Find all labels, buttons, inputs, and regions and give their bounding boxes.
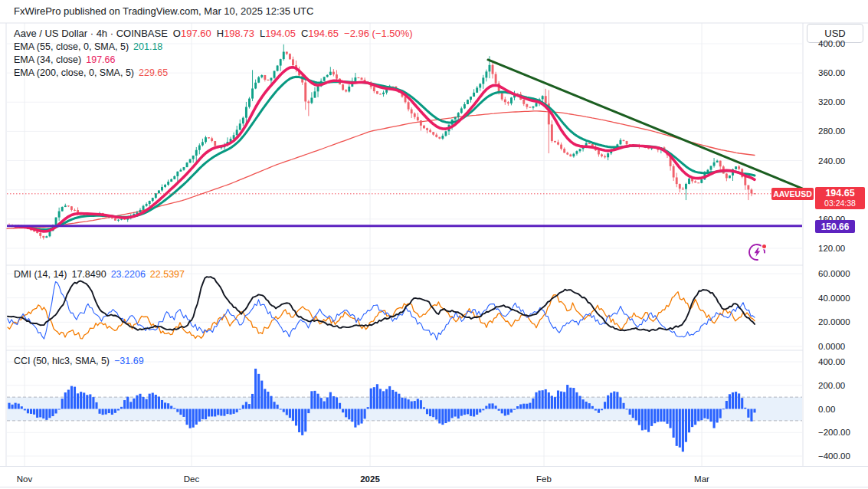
cci-bar <box>382 391 385 409</box>
candle-body <box>164 185 166 187</box>
cci-bar <box>457 409 460 419</box>
cci-bar <box>354 409 356 428</box>
candle-body <box>476 87 478 92</box>
candle-body <box>673 166 675 178</box>
symbol-legend[interactable]: Aave / US Dollar · 4h · COINBASEO197.60H… <box>14 28 413 39</box>
cci-bar <box>673 409 675 438</box>
cci-bar <box>729 394 731 409</box>
candle-body <box>501 93 503 99</box>
candle-body <box>61 207 64 212</box>
candle-body <box>195 150 198 156</box>
cci-bar <box>411 402 413 409</box>
candle-body <box>467 100 469 104</box>
cci-bar <box>58 409 61 410</box>
candle-body <box>74 210 76 211</box>
cci-bar <box>230 409 232 415</box>
cci-bar <box>522 404 525 409</box>
cci-bar <box>33 409 35 415</box>
cci-bar <box>641 409 644 431</box>
dmi-tick-label: 0.0000 <box>818 342 845 351</box>
cci-bar <box>186 409 188 425</box>
cci-bar <box>270 396 272 409</box>
candle-body <box>588 143 591 144</box>
candle-body <box>270 78 273 80</box>
cci-bar <box>398 394 400 409</box>
candle-body <box>441 136 444 139</box>
cci-bar <box>539 391 541 409</box>
candle-body <box>310 98 313 103</box>
cci-bar <box>149 394 151 409</box>
cci-bar <box>357 409 359 425</box>
cci-bar <box>685 409 687 442</box>
candle-body <box>507 102 509 103</box>
cci-bar <box>560 392 562 409</box>
cci-bar <box>92 397 94 409</box>
cci-bar <box>732 392 734 409</box>
lightning-boost-icon[interactable] <box>747 241 768 263</box>
price-tick-label: 320.00 <box>818 97 845 107</box>
cci-bar <box>123 400 126 409</box>
cci-bar <box>551 395 553 409</box>
ema55-legend[interactable]: EMA (55, close, 0, SMA, 5)201.18 <box>14 41 162 52</box>
cci-bar <box>74 387 76 409</box>
candle-body <box>286 52 288 54</box>
cci-bar <box>245 402 247 409</box>
candle-body <box>329 72 332 75</box>
cci-bar <box>167 403 169 409</box>
ema200-legend[interactable]: EMA (200, close, 0, SMA, 5)229.65 <box>14 67 168 78</box>
time-tick-label: 2025 <box>360 474 380 484</box>
cci-legend[interactable]: CCI (50, hlc3, SMA, 5)−31.69 <box>14 356 144 366</box>
cci-bar <box>201 409 204 419</box>
candle-body <box>685 184 687 189</box>
cci-tick-label: 200.00 <box>818 381 845 390</box>
ema34-value: 197.66 <box>86 54 115 65</box>
time-axis[interactable]: NovDec2025FebMar <box>0 466 868 488</box>
candle-body <box>348 87 350 91</box>
ema34-legend[interactable]: EMA (34, close)197.66 <box>14 54 115 65</box>
cci-bar <box>336 397 338 409</box>
cci-bar <box>626 409 628 409</box>
cci-bar <box>176 409 179 412</box>
cci-bar <box>676 409 678 446</box>
cci-bar <box>716 409 719 423</box>
cci-tick-label: −200.00 <box>818 428 850 437</box>
cci-bar <box>248 404 251 409</box>
candle-body <box>405 97 407 102</box>
candle-body <box>39 233 41 236</box>
candle-body <box>336 74 338 78</box>
cci-bar <box>21 406 23 409</box>
cci-bar <box>426 409 428 415</box>
cci-bar <box>417 399 419 409</box>
cci-bar <box>120 407 123 409</box>
candle-body <box>750 189 752 193</box>
cci-bar <box>408 399 410 409</box>
cci-bar <box>694 409 696 425</box>
ema55-label: EMA (55, close, 0, SMA, 5) <box>14 41 129 52</box>
candle-body <box>560 145 562 149</box>
cci-bar <box>619 397 621 409</box>
dmi-legend[interactable]: DMI (14, 14)17.849023.220622.5397 <box>14 269 185 280</box>
cci-bar <box>267 392 269 409</box>
ema200-value: 229.65 <box>139 67 168 78</box>
cci-bar <box>719 409 722 418</box>
candle-body <box>55 218 57 225</box>
cci-bar <box>77 393 79 409</box>
cci-value: −31.69 <box>114 356 144 366</box>
cci-bar <box>703 409 706 418</box>
chart-page: FxWirePro published on TradingView.com, … <box>0 0 868 489</box>
cci-bar <box>473 409 475 417</box>
time-tick-label: Dec <box>184 474 199 484</box>
cci-bar <box>429 409 431 417</box>
price-axis[interactable]: 400.00360.00320.00280.00240.00200.00160.… <box>803 23 868 466</box>
cci-bar <box>432 409 434 418</box>
open-label: O <box>173 28 181 39</box>
cci-bar <box>563 392 565 409</box>
cci-bar <box>545 389 547 409</box>
candle-body <box>242 118 244 124</box>
cci-bar <box>504 409 506 416</box>
candle-body <box>170 179 172 182</box>
cci-bar <box>379 389 382 409</box>
cci-bar <box>195 409 198 425</box>
candle-body <box>489 65 491 72</box>
high-label: H <box>217 28 224 39</box>
